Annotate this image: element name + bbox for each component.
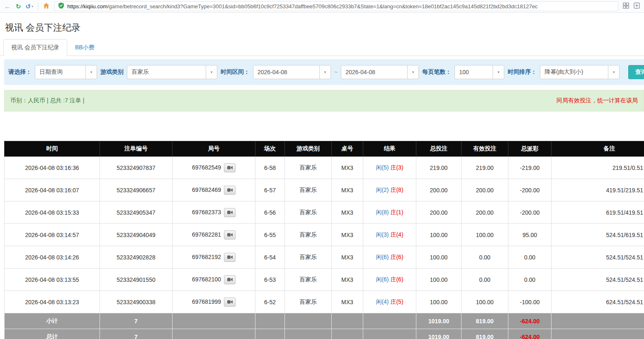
table-row: 2026-04-08 03:14:57523324904049697682281… xyxy=(5,224,644,246)
cell-payout: -100.00 xyxy=(508,291,552,313)
tab-bb-tip[interactable]: BB小费 xyxy=(67,39,102,56)
cell-payout: 95.00 xyxy=(508,224,552,246)
tab-bet-records[interactable]: 视讯 会员下注纪录 xyxy=(3,39,67,56)
column-header: 时间 xyxy=(5,141,100,157)
valid-bet-notice: 同局有效投注，统一计算在该局 xyxy=(557,97,638,104)
cell-table-no: MX3 xyxy=(332,224,363,246)
chevron-down-icon[interactable]: ▾ xyxy=(32,5,33,8)
cell-result: 闲(6) 庄(6) xyxy=(363,269,416,291)
replay-video-icon[interactable] xyxy=(224,186,236,195)
cell-result: 闲(2) 庄(8) xyxy=(363,179,416,201)
result-banker: 庄(6) xyxy=(390,276,403,283)
column-header: 游戏类别 xyxy=(285,141,332,157)
replay-video-icon[interactable] xyxy=(224,230,236,240)
cell-session: 6-57 xyxy=(255,179,285,201)
time-range-label: 时间区间： xyxy=(221,68,250,76)
cell-note: 419.51/219.51 xyxy=(552,179,644,201)
cell-note: 619.51/419.51 xyxy=(552,201,644,224)
apps-icon[interactable] xyxy=(634,2,640,10)
refresh-icon[interactable]: ↻ xyxy=(16,3,21,10)
url-path: /game/betrecord_search/kind3?GameType=30… xyxy=(107,3,537,10)
chevron-down-icon[interactable]: ▾ xyxy=(206,65,217,79)
result-banker: 庄(1) xyxy=(390,209,403,216)
game-type-label: 游戏类别 xyxy=(100,68,124,76)
cell-total-bet: 1019.00 xyxy=(416,329,462,339)
round-number: 697682549 xyxy=(192,164,221,170)
sort-value: 降幂(由大到小) xyxy=(540,65,608,79)
cell-time: 2026-04-08 03:15:33 xyxy=(5,201,100,224)
round-number: 697681999 xyxy=(192,298,221,305)
cell-table-no: MX3 xyxy=(332,269,363,291)
round-number: 697682192 xyxy=(192,253,221,260)
cell-table-no: MX3 xyxy=(332,179,363,201)
cell-game-type: 百家乐 xyxy=(285,157,332,179)
chevron-down-icon[interactable]: ▾ xyxy=(85,65,97,79)
cell-time: 2026-04-08 03:16:36 xyxy=(5,157,100,179)
date-to-input[interactable]: 2026-04-08 ▾ xyxy=(341,65,419,79)
query-type-select[interactable]: 日期查询 ▾ xyxy=(35,65,97,79)
home-icon[interactable] xyxy=(43,2,50,10)
chevron-down-icon[interactable]: ▾ xyxy=(407,65,418,79)
cell-round: 697682373 xyxy=(173,201,255,224)
cell-empty xyxy=(363,313,416,329)
cell-table-no: MX3 xyxy=(332,201,363,224)
cell-valid-bet: 100.00 xyxy=(462,224,508,246)
game-type-select[interactable]: 百家乐 ▾ xyxy=(127,65,217,79)
undo-icon[interactable]: ↺ xyxy=(26,3,31,10)
cell-note: 524.51/524.51 xyxy=(552,269,644,291)
cell-empty xyxy=(332,329,363,339)
game-type-value: 百家乐 xyxy=(127,65,206,79)
replay-video-icon[interactable] xyxy=(224,163,236,172)
replay-video-icon[interactable] xyxy=(224,208,236,217)
currency-total-text: 币别：人民币 | 总共 :7 注单 | xyxy=(10,97,84,104)
column-header: 总投注 xyxy=(416,141,462,157)
cell-table-no: MX3 xyxy=(332,246,363,269)
cell-bet-id: 523324902828 xyxy=(100,246,173,269)
url-host: https://kiqiiu.com xyxy=(67,3,107,10)
cell-round: 697682281 xyxy=(173,224,255,246)
grid-icon[interactable] xyxy=(623,2,629,10)
chevron-down-icon[interactable]: ▾ xyxy=(493,65,504,79)
cell-total-bet: 1019.00 xyxy=(416,313,462,329)
column-header: 有效投注 xyxy=(462,141,508,157)
filter-bar: 请选择： 日期查询 ▾ 游戏类别 百家乐 ▾ 时间区间： 2026-04-08 … xyxy=(4,59,644,85)
cell-total-bet: 100.00 xyxy=(416,291,462,313)
replay-video-icon[interactable] xyxy=(224,298,236,307)
page-size-select[interactable]: 100 ▾ xyxy=(454,65,504,79)
replay-video-icon[interactable] xyxy=(224,275,236,284)
cell-bet-id: 523324900338 xyxy=(100,291,173,313)
chevron-down-icon[interactable]: ▾ xyxy=(608,65,619,79)
security-shield-icon xyxy=(58,2,64,10)
recent-pages-control[interactable]: ↺ ▾ xyxy=(26,3,34,10)
cell-table-no: MX3 xyxy=(332,291,363,313)
cell-game-type: 百家乐 xyxy=(285,179,332,201)
cell-round: 697682469 xyxy=(173,179,255,201)
chevron-down-icon[interactable]: ▾ xyxy=(319,65,331,79)
back-icon[interactable]: ← xyxy=(4,3,11,10)
cell-game-type: 百家乐 xyxy=(285,246,332,269)
cell-bet-id: 523324906657 xyxy=(100,179,173,201)
cell-note: 524.51/619.51 xyxy=(552,224,644,246)
search-button[interactable]: 查询 xyxy=(628,65,644,79)
cell-total-bet: 200.00 xyxy=(416,201,462,224)
sort-select[interactable]: 降幂(由大到小) ▾ xyxy=(540,65,620,79)
cell-time: 2026-04-08 03:13:23 xyxy=(5,291,100,313)
table-row: 2026-04-08 03:16:36523324907837697682549… xyxy=(5,157,644,179)
cell-bet-id: 523324904049 xyxy=(100,224,173,246)
query-type-value: 日期查询 xyxy=(35,65,85,79)
result-player: 闲(6) xyxy=(376,276,389,283)
date-from-input[interactable]: 2026-04-08 ▾ xyxy=(253,65,331,79)
replay-video-icon[interactable] xyxy=(224,253,236,262)
result-player: 闲(4) xyxy=(376,298,389,305)
column-header: 备注 xyxy=(552,141,644,157)
date-from-value: 2026-04-08 xyxy=(253,65,319,79)
tab-bar: 视讯 会员下注纪录 BB小费 xyxy=(0,39,644,56)
cell-round: 697682192 xyxy=(173,246,255,269)
address-bar[interactable]: https://kiqiiu.com/game/betrecord_search… xyxy=(54,1,618,11)
cell-payout: 0.00 xyxy=(508,246,552,269)
round-number: 697682373 xyxy=(192,208,221,215)
cell-round: 697681999 xyxy=(173,291,255,313)
cell-time: 2026-04-08 03:16:07 xyxy=(5,179,100,201)
result-banker: 庄(6) xyxy=(390,254,403,260)
cell-valid-bet: 0.00 xyxy=(462,246,508,269)
